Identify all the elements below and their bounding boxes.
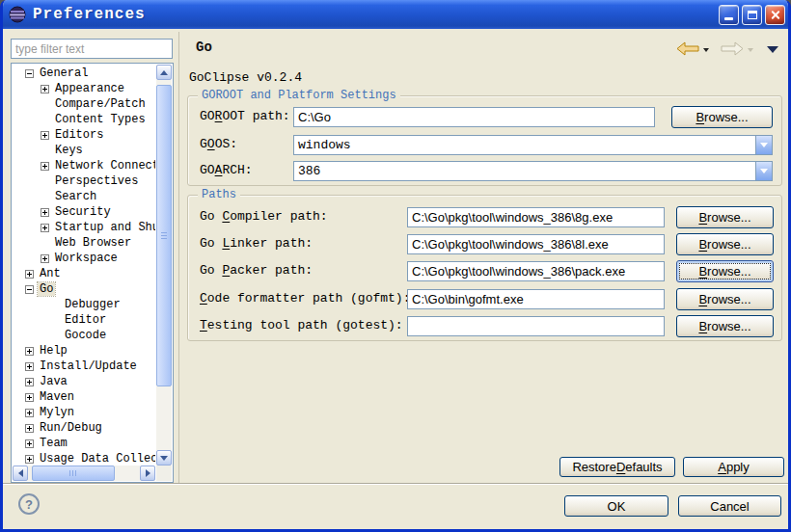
testing-tool-browse-button[interactable]: Browse... bbox=[676, 315, 774, 337]
expand-toggle-icon[interactable] bbox=[25, 285, 34, 294]
tree-item[interactable]: Web Browser bbox=[13, 235, 155, 251]
expand-toggle-icon[interactable] bbox=[25, 347, 34, 356]
expand-toggle-icon[interactable] bbox=[25, 455, 34, 464]
close-icon bbox=[770, 10, 780, 20]
testing-tool-path-input[interactable] bbox=[407, 316, 665, 336]
scrollbar-corner bbox=[156, 466, 172, 481]
goroot-group-title: GOROOT and Platform Settings bbox=[198, 89, 400, 102]
go-packer-browse-button[interactable]: Browse... bbox=[676, 260, 774, 282]
scroll-right-button[interactable] bbox=[140, 466, 155, 481]
back-button[interactable] bbox=[676, 41, 699, 56]
tree-item[interactable]: Search bbox=[13, 189, 155, 204]
expand-toggle-icon[interactable] bbox=[25, 439, 34, 448]
tree-item[interactable]: Ant bbox=[13, 266, 155, 281]
tree-item[interactable]: Keys bbox=[13, 143, 155, 158]
expand-toggle-icon[interactable] bbox=[25, 424, 34, 433]
tree-item-label: Keys bbox=[53, 144, 85, 157]
forward-button[interactable] bbox=[721, 41, 744, 56]
tree-item[interactable]: Help bbox=[13, 343, 155, 359]
scroll-left-button[interactable] bbox=[13, 466, 28, 481]
goos-combobox[interactable]: windows bbox=[293, 135, 773, 155]
expand-toggle-icon[interactable] bbox=[41, 162, 49, 171]
expand-toggle-icon[interactable] bbox=[41, 131, 49, 140]
tree-horizontal-scrollbar[interactable] bbox=[13, 466, 155, 481]
expand-toggle-icon[interactable] bbox=[25, 69, 34, 78]
goarch-label: GOARCH: bbox=[200, 163, 253, 177]
window-title: Preferences bbox=[33, 6, 716, 23]
expand-toggle-icon[interactable] bbox=[25, 378, 34, 386]
go-linker-browse-button[interactable]: Browse... bbox=[676, 233, 774, 255]
tree-item[interactable]: Compare/Patch bbox=[13, 96, 155, 112]
go-compiler-path-input[interactable] bbox=[407, 207, 665, 227]
tree-item[interactable]: Go bbox=[13, 281, 155, 297]
code-formatter-browse-button[interactable]: Browse... bbox=[676, 288, 774, 310]
maximize-button[interactable] bbox=[742, 5, 762, 25]
scroll-down-button[interactable] bbox=[156, 450, 172, 466]
vertical-scroll-thumb[interactable] bbox=[156, 85, 172, 386]
tree-item[interactable]: Mylyn bbox=[13, 405, 155, 420]
forward-history-dropdown-icon[interactable] bbox=[748, 48, 753, 52]
minimize-button[interactable] bbox=[719, 5, 739, 25]
scroll-up-button[interactable] bbox=[156, 65, 172, 80]
expand-toggle-icon[interactable] bbox=[25, 409, 34, 417]
tree-item[interactable]: Security bbox=[13, 204, 155, 220]
titlebar[interactable]: Preferences bbox=[0, 0, 791, 29]
filter-input[interactable] bbox=[11, 39, 173, 59]
tree-item-label: Run/Debug bbox=[38, 421, 104, 435]
tree-item[interactable]: Appearance bbox=[13, 81, 155, 96]
tree-item-label: Java bbox=[38, 375, 69, 388]
tree-item[interactable]: Maven bbox=[13, 389, 155, 405]
ok-button[interactable]: OK bbox=[564, 495, 668, 517]
goarch-combobox[interactable]: 386 bbox=[293, 161, 773, 181]
tree-item[interactable]: Java bbox=[13, 374, 155, 389]
goos-value: windows bbox=[294, 136, 755, 154]
go-linker-path-input[interactable] bbox=[407, 234, 665, 254]
combo-dropdown-icon[interactable] bbox=[755, 136, 772, 154]
expand-toggle-icon[interactable] bbox=[41, 224, 49, 232]
expand-toggle-icon[interactable] bbox=[25, 362, 34, 371]
close-button[interactable] bbox=[765, 5, 785, 25]
go-packer-path-input[interactable] bbox=[407, 261, 665, 281]
tree-vertical-scrollbar[interactable] bbox=[156, 65, 172, 466]
expand-toggle-icon[interactable] bbox=[25, 393, 34, 402]
combo-dropdown-icon[interactable] bbox=[755, 162, 772, 180]
expand-toggle-icon[interactable] bbox=[41, 208, 49, 217]
horizontal-scroll-thumb[interactable] bbox=[32, 466, 115, 481]
tree-item[interactable]: Debugger bbox=[13, 297, 155, 312]
pane-divider[interactable] bbox=[178, 32, 179, 483]
scroll-right-icon bbox=[146, 469, 150, 477]
tree-item-label: Perspectives bbox=[53, 174, 140, 188]
tree-item-label: Team bbox=[38, 437, 69, 450]
tree-item[interactable]: Editor bbox=[13, 312, 155, 328]
tree-item[interactable]: Editors bbox=[13, 127, 155, 143]
tree-item[interactable]: Workspace bbox=[13, 251, 155, 266]
go-compiler-browse-button[interactable]: Browse... bbox=[676, 206, 774, 228]
expand-toggle-icon[interactable] bbox=[25, 270, 34, 279]
code-formatter-path-input[interactable] bbox=[407, 289, 665, 309]
tree-item-label: Appearance bbox=[53, 82, 126, 95]
tree-item[interactable]: Perspectives bbox=[13, 173, 155, 189]
goroot-path-input[interactable] bbox=[293, 107, 655, 127]
help-button[interactable]: ? bbox=[18, 493, 40, 515]
expand-toggle-icon[interactable] bbox=[41, 254, 49, 263]
expand-toggle-icon[interactable] bbox=[41, 85, 49, 93]
tree-item[interactable]: General bbox=[13, 66, 155, 81]
tree-item[interactable]: Usage Data Collect bbox=[13, 451, 155, 466]
restore-defaults-button[interactable]: Restore Defaults bbox=[559, 457, 675, 477]
cancel-button[interactable]: Cancel bbox=[678, 495, 781, 517]
tree-item[interactable]: Startup and Shu bbox=[13, 220, 155, 235]
tree-item[interactable]: Install/Update bbox=[13, 359, 155, 374]
tree-item[interactable]: Content Types bbox=[13, 112, 155, 127]
tree-item[interactable]: Gocode bbox=[13, 328, 155, 343]
view-menu-icon[interactable] bbox=[767, 46, 778, 53]
goroot-path-label: GOROOT path: bbox=[200, 109, 290, 123]
apply-button[interactable]: Apply bbox=[683, 457, 784, 477]
page-title: Go bbox=[196, 40, 212, 55]
back-history-dropdown-icon[interactable] bbox=[703, 48, 709, 52]
go-linker-path-label: Go Linker path: bbox=[200, 236, 313, 251]
tree-item[interactable]: Run/Debug bbox=[13, 420, 155, 436]
tree-item[interactable]: Team bbox=[13, 436, 155, 451]
tree-item-label: Go bbox=[38, 282, 55, 296]
goroot-browse-button[interactable]: Browse... bbox=[671, 106, 773, 128]
tree-item[interactable]: Network Connect bbox=[13, 158, 155, 173]
